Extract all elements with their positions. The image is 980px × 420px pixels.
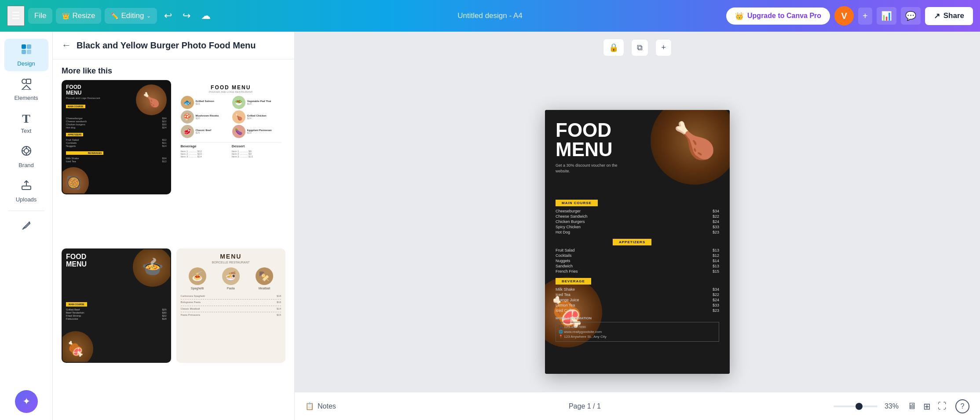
appetizers-items: Fruit Salad$13 Cocktails$12 Nuggets$14 S… — [556, 248, 719, 274]
resize-button[interactable]: 👑 Resize — [56, 8, 101, 24]
help-button[interactable]: ? — [955, 399, 969, 413]
upgrade-crown-icon: 👑 — [735, 12, 744, 20]
template-card-1[interactable]: 🍗 FOODMENU Poucek and Loge Restaurant MA… — [62, 80, 171, 194]
templates-scroll[interactable]: 🍗 FOODMENU Poucek and Loge Restaurant MA… — [53, 80, 294, 420]
sidebar-item-uploads[interactable]: Uploads — [4, 175, 48, 207]
more-info-box: 📞 123-456-7890 🌐 www.reallygoodsite.com … — [556, 322, 719, 342]
sidebar-item-brand[interactable]: Brand — [4, 140, 48, 173]
canvas-document[interactable]: 🍗 FOOD MENU Get a 30% discount voucher o… — [545, 110, 730, 374]
notes-label: Notes — [318, 402, 336, 410]
svg-rect-1 — [27, 44, 31, 49]
zoom-controls: 33% — [834, 402, 899, 410]
canvas-toolbar: 🔒 ⧉ + — [295, 32, 980, 63]
panel-section-title: More like this — [53, 59, 294, 80]
editing-button[interactable]: ✏️ Editing ⌄ — [105, 8, 157, 24]
upgrade-button[interactable]: 👑 Upgrade to Canva Pro — [726, 7, 830, 25]
share-button[interactable]: ↗ Share — [925, 7, 973, 25]
draw-icon — [20, 219, 33, 234]
more-info-label: MORE INFORMATION — [556, 316, 719, 320]
sidebar-uploads-label: Uploads — [16, 196, 37, 203]
duplicate-icon: ⧉ — [637, 43, 643, 52]
sidebar-elements-label: Elements — [14, 95, 38, 101]
share-icon: ↗ — [934, 11, 940, 21]
topbar: ☰ File 👑 Resize ✏️ Editing ⌄ ↩ ↪ ☁ Untit… — [0, 0, 980, 32]
text-icon: T — [22, 112, 30, 126]
edit-icon: ✏️ — [111, 12, 118, 19]
magic-button[interactable]: ✦ — [15, 390, 38, 413]
zoom-label: 33% — [881, 402, 899, 410]
notes-icon: 📋 — [305, 402, 314, 410]
magic-icon: ✦ — [22, 396, 30, 407]
page-info: Page 1 / 1 — [569, 402, 601, 410]
resize-label: Resize — [72, 11, 95, 20]
comments-button[interactable]: 💬 — [901, 7, 921, 25]
svg-point-8 — [24, 149, 29, 153]
section2-badge: APPETIZERS — [613, 239, 651, 245]
template-card-3[interactable]: 🍲 FOODMENU MAIN COURSE Grilled Beef$25 B… — [62, 248, 171, 363]
topbar-right: 👑 Upgrade to Canva Pro V + 📊 💬 ↗ Share — [726, 6, 973, 26]
add-page-button[interactable]: + — [655, 39, 672, 56]
beverage-items: Milk Shake$34 Iced Tea$22 Orange Juice$2… — [556, 287, 719, 313]
document-title: Untitled design - A4 — [457, 11, 522, 20]
panel-back-button[interactable]: ← — [62, 40, 71, 51]
add-page-icon: + — [661, 43, 666, 52]
duplicate-button[interactable]: ⧉ — [631, 39, 648, 56]
hamburger-menu-button[interactable]: ☰ — [7, 6, 25, 26]
lock-icon: 🔒 — [609, 43, 618, 52]
svg-point-4 — [22, 79, 26, 84]
canvas-area: 🔒 ⧉ + 🍗 FOOD MENU — [295, 32, 980, 420]
zoom-slider[interactable] — [834, 405, 878, 407]
zoom-thumb[interactable] — [856, 403, 863, 410]
main-layout: Design Elements T Text — [0, 32, 980, 420]
elements-icon — [20, 77, 33, 93]
fullscreen-button[interactable]: ⛶ — [936, 399, 948, 413]
sidebar-item-draw[interactable] — [4, 215, 48, 239]
file-button[interactable]: File — [28, 8, 52, 24]
main-course-items: Cheeseburger$34 Cheese Sandwich$22 Chick… — [556, 209, 719, 234]
desktop-view-button[interactable]: 🖥 — [906, 399, 918, 413]
redo-button[interactable]: ↪ — [179, 7, 194, 25]
panel-header: ← Black and Yellow Burger Photo Food Men… — [53, 32, 294, 59]
editing-label: Editing — [121, 11, 144, 20]
svg-rect-5 — [26, 79, 31, 84]
analytics-button[interactable]: 📊 — [877, 7, 896, 25]
sidebar-divider — [8, 211, 44, 211]
file-label: File — [34, 11, 46, 20]
undo-button[interactable]: ↩ — [161, 7, 176, 25]
sidebar-item-design[interactable]: Design — [4, 39, 48, 71]
svg-rect-2 — [22, 50, 26, 54]
menu-subtitle: Get a 30% discount voucher on the websit… — [556, 163, 622, 175]
section3-badge: BEVERAGE — [556, 278, 591, 285]
sidebar-item-text[interactable]: T Text — [4, 107, 48, 139]
avatar[interactable]: V — [834, 6, 854, 26]
grid-view-button[interactable]: ⊞ — [921, 399, 932, 413]
svg-rect-13 — [22, 186, 31, 190]
template-card-4[interactable]: MENU BORCELLE RESTAURANT 🍝 Spaghetti 🍜 P… — [176, 248, 286, 363]
notes-button[interactable]: 📋 Notes — [305, 402, 336, 410]
brand-icon — [20, 145, 33, 160]
website: www.reallygoodsite.com — [564, 330, 602, 334]
template-card-2[interactable]: FOOD MENU POUCEK AND LOGE RESTAURANT 🐟 G… — [176, 80, 286, 194]
chevron-down-icon: ⌄ — [146, 13, 151, 19]
sidebar-item-elements[interactable]: Elements — [4, 73, 48, 106]
phone: 123-456-7890 — [564, 325, 586, 329]
svg-rect-3 — [27, 50, 31, 54]
svg-rect-0 — [22, 44, 26, 49]
view-buttons: 🖥 ⊞ ⛶ — [906, 399, 948, 413]
save-cloud-button[interactable]: ☁ — [197, 7, 214, 25]
template-panel: ← Black and Yellow Burger Photo Food Men… — [53, 32, 295, 420]
add-button[interactable]: + — [858, 7, 872, 25]
sidebar-brand-label: Brand — [18, 162, 34, 168]
left-sidebar: Design Elements T Text — [0, 32, 53, 420]
address: 123 Anywhere St., Any City — [564, 335, 607, 339]
lock-button[interactable]: 🔒 — [603, 39, 624, 56]
design-icon — [20, 43, 33, 58]
crown-icon: 👑 — [62, 12, 69, 19]
menu-title: FOOD MENU — [556, 121, 622, 159]
upgrade-label: Upgrade to Canva Pro — [747, 12, 821, 20]
sidebar-text-label: Text — [21, 128, 32, 134]
panel-title: Black and Yellow Burger Photo Food Menu — [77, 40, 256, 51]
bottom-bar: 📋 Notes Page 1 / 1 33% 🖥 ⊞ ⛶ ? — [295, 392, 980, 420]
canvas-wrapper: 🍗 FOOD MENU Get a 30% discount voucher o… — [295, 63, 980, 420]
share-label: Share — [943, 11, 964, 20]
